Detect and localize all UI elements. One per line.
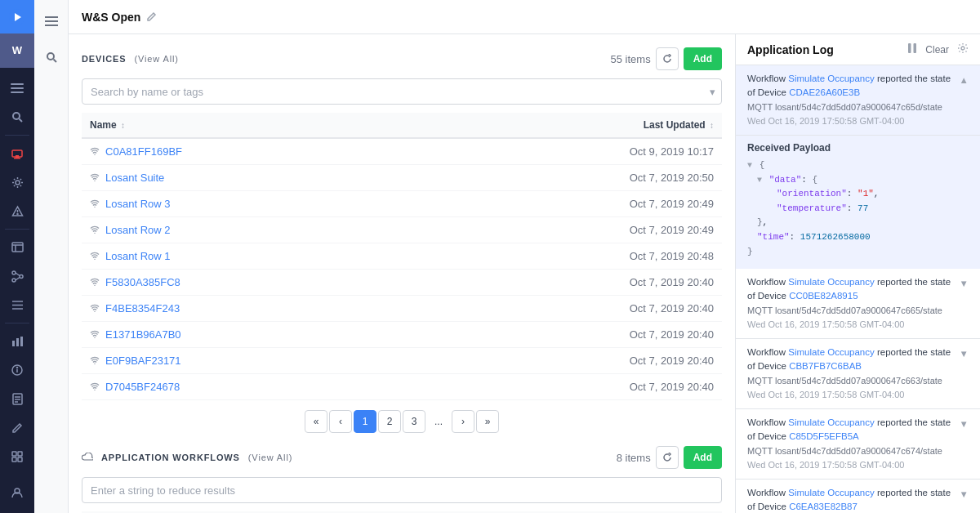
log-entry-toggle[interactable]: ▼ (960, 417, 969, 431)
svg-rect-36 (12, 457, 16, 462)
left-nav: W (0, 0, 34, 513)
device-wifi-icon (90, 304, 102, 314)
pagination-last[interactable]: » (476, 410, 499, 433)
workflows-count: 8 items (617, 452, 651, 464)
device-date-cell: Oct 7, 2019 20:40 (414, 296, 722, 322)
log-workflow-link[interactable]: Simulate Occupancy (788, 488, 874, 497)
pagination-next[interactable]: › (452, 410, 474, 433)
svg-rect-2 (11, 83, 24, 85)
device-link[interactable]: F5830A385FC8 (105, 276, 180, 288)
nav-info-icon[interactable] (0, 356, 34, 385)
log-entry-toggle[interactable]: ▼ (960, 277, 969, 291)
svg-rect-55 (914, 43, 917, 53)
log-mqtt-text: MQTT losant/5d4c7dd5dd07a9000647c663/sta… (747, 376, 942, 386)
log-workflow-link[interactable]: Simulate Occupancy (788, 74, 874, 83)
pagination-page-2[interactable]: 2 (378, 410, 401, 433)
devices-search-input[interactable] (82, 78, 722, 105)
device-link[interactable]: E1371B96A7B0 (105, 328, 181, 341)
device-date-cell: Oct 7, 2019 20:40 (414, 322, 722, 348)
device-date-cell: Oct 7, 2019 20:48 (414, 243, 722, 270)
pagination-page-1[interactable]: 1 (354, 410, 376, 433)
nav-edit-icon[interactable] (0, 413, 34, 442)
log-clear-link[interactable]: Clear (925, 44, 949, 56)
log-device-link[interactable]: C85D5F5EFB5A (789, 431, 859, 441)
device-link[interactable]: Losant Row 3 (105, 198, 171, 210)
device-name-cell: E1371B96A7B0 (82, 322, 414, 348)
devices-table: Name ↕ Last Updated ↕ C0A81FF169BF Oct (82, 113, 722, 400)
log-entry: ▼ Workflow Simulate Occupancy reported t… (736, 339, 980, 409)
workflows-search-input[interactable] (82, 477, 722, 503)
device-link[interactable]: D7045BF24678 (105, 381, 180, 393)
workflows-refresh-btn[interactable] (656, 446, 679, 469)
devices-section-header: DEVICES (View All) 55 items Add (82, 47, 722, 70)
svg-point-50 (94, 311, 95, 312)
log-gear-icon[interactable] (957, 42, 969, 56)
table-row: Losant Row 3 Oct 7, 2019 20:49 (82, 191, 722, 217)
log-device-link[interactable]: CBB7FB7C6BAB (789, 361, 862, 371)
log-mqtt-text: MQTT losant/5d4c7dd5dd07a9000647c65d/sta… (747, 102, 942, 112)
pagination-prev[interactable]: ‹ (329, 410, 352, 433)
device-date-cell: Oct 7, 2019 20:40 (414, 348, 722, 374)
log-pause-icon[interactable] (907, 42, 917, 56)
workflows-actions: 8 items Add (617, 446, 722, 469)
nav-flow-icon[interactable] (0, 261, 34, 290)
log-device-link[interactable]: CC0BE82A8915 (789, 291, 858, 301)
devices-refresh-btn[interactable] (656, 47, 679, 70)
app-logo[interactable] (0, 0, 34, 33)
device-link[interactable]: Losant Row 1 (105, 250, 171, 262)
pagination-page-3[interactable]: 3 (403, 410, 425, 433)
devices-view-all[interactable]: (View All) (134, 54, 178, 64)
svg-line-19 (16, 273, 20, 276)
second-nav (34, 0, 69, 513)
nav-devices-icon[interactable] (0, 139, 34, 167)
workflows-add-btn[interactable]: Add (684, 446, 722, 469)
content-split: DEVICES (View All) 55 items Add ▾ (69, 34, 980, 513)
nav-grid2-icon[interactable] (0, 443, 34, 471)
payload-data-collapse-icon[interactable]: ▼ (757, 176, 762, 185)
table-row: Losant Row 2 Oct 7, 2019 20:49 (82, 217, 722, 243)
devices-add-btn[interactable]: Add (684, 47, 722, 70)
nav-user-icon[interactable] (0, 478, 34, 506)
nav-bar-icon[interactable] (0, 327, 34, 355)
pagination-first[interactable]: « (305, 410, 327, 433)
svg-point-16 (12, 271, 16, 274)
device-name-cell: Losant Row 1 (82, 243, 414, 270)
log-entry-toggle[interactable]: ▼ (960, 347, 969, 361)
nav-list-icon[interactable] (0, 291, 34, 319)
nav-table-icon[interactable] (0, 233, 34, 261)
device-link[interactable]: Losant Suite (105, 172, 164, 184)
top-bar: W&S Open (69, 0, 980, 34)
devices-col-updated: Last Updated ↕ (414, 113, 722, 138)
device-link[interactable]: E0F9BAF23171 (105, 355, 181, 367)
nav-menu-icon[interactable] (0, 74, 34, 102)
svg-point-48 (94, 259, 95, 260)
log-entry-toggle[interactable]: ▼ (960, 488, 969, 502)
nav-warning-icon[interactable] (0, 197, 34, 225)
nav-search-icon[interactable] (0, 103, 34, 132)
hamburger-icon[interactable] (37, 7, 66, 36)
log-device-link[interactable]: C6EA83E82B87 (789, 502, 858, 511)
payload-collapse-icon[interactable]: ▼ (747, 161, 752, 170)
log-workflow-link[interactable]: Simulate Occupancy (788, 417, 874, 427)
svg-rect-35 (18, 452, 22, 456)
nav-doc-icon[interactable] (0, 385, 34, 413)
log-workflow-link[interactable]: Simulate Occupancy (788, 347, 874, 357)
updated-sort-icon[interactable]: ↕ (710, 121, 714, 130)
svg-line-6 (20, 119, 23, 123)
workflows-view-all[interactable]: (View All) (248, 453, 292, 462)
log-device-link[interactable]: CDAE26A60E3B (789, 87, 860, 97)
user-avatar[interactable]: W (0, 33, 34, 67)
device-link[interactable]: C0A81FF169BF (105, 145, 182, 158)
name-sort-icon[interactable]: ↕ (121, 121, 125, 130)
log-workflow-link[interactable]: Simulate Occupancy (788, 277, 874, 287)
device-name-cell: C0A81FF169BF (82, 138, 414, 165)
devices-search-box: ▾ (82, 78, 722, 105)
edit-title-icon[interactable] (147, 11, 157, 24)
log-mqtt-text: MQTT losant/5d4c7dd5dd07a9000647c665/sta… (747, 306, 942, 315)
log-entry-toggle[interactable]: ▲ (960, 74, 969, 87)
device-link[interactable]: Losant Row 2 (105, 224, 171, 236)
device-link[interactable]: F4BE8354F243 (105, 302, 180, 314)
device-date-cell: Oct 7, 2019 20:49 (414, 191, 722, 217)
nav-settings-icon[interactable] (0, 167, 34, 196)
second-search-icon[interactable] (37, 42, 66, 72)
